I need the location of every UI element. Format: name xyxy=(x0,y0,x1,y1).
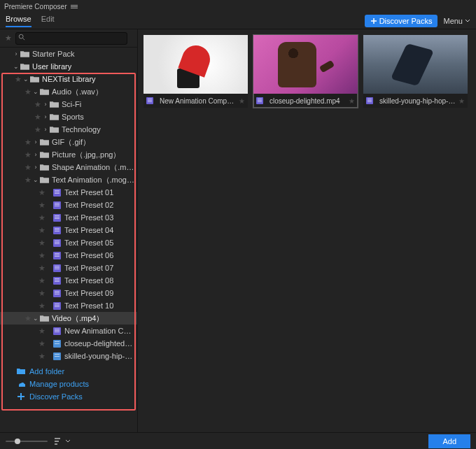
thumbnail-card[interactable]: New Animation Compos… ★ xyxy=(144,35,248,108)
chevron-down-icon[interactable]: ⌄ xyxy=(32,315,39,322)
star-icon[interactable]: ★ xyxy=(24,163,32,172)
manage-products-action[interactable]: Manage products xyxy=(0,378,137,390)
tree-item-starter-pack[interactable]: › Starter Pack xyxy=(0,48,137,60)
tree-label: Text Preset 08 xyxy=(64,276,113,285)
tree-label: Technology xyxy=(62,125,101,134)
tree-item-text-preset[interactable]: ★Text Preset 09 xyxy=(0,287,137,299)
cloud-icon xyxy=(17,380,25,388)
star-icon[interactable]: ★ xyxy=(38,226,46,235)
plus-icon xyxy=(370,17,377,24)
add-folder-action[interactable]: Add folder xyxy=(0,365,137,378)
tree-item-text-preset[interactable]: ★Text Preset 03 xyxy=(0,211,137,224)
thumbnail-size-slider[interactable] xyxy=(6,438,48,445)
star-icon[interactable]: ★ xyxy=(24,138,32,147)
star-icon[interactable]: ★ xyxy=(38,238,46,248)
star-icon[interactable]: ★ xyxy=(38,301,46,311)
star-filter-icon[interactable]: ★ xyxy=(4,34,13,43)
tree-label: NEXTist Library xyxy=(42,75,96,83)
star-icon[interactable]: ★ xyxy=(38,201,46,210)
tree-item-user-library[interactable]: ⌄ User library xyxy=(0,60,137,73)
chevron-right-icon[interactable]: › xyxy=(42,126,49,133)
thumbnail-card[interactable]: closeup-delighted.mp4 ★ xyxy=(253,35,358,108)
tree-item-text-preset[interactable]: ★Text Preset 02 xyxy=(0,199,137,211)
tree-item-video-file[interactable]: ★closeup-delighted.mp4 xyxy=(0,337,137,350)
sort-icon xyxy=(55,438,63,445)
tree-item-shape-animation[interactable]: ★ › Shape Animation（.mogrt） xyxy=(0,161,137,173)
star-icon[interactable]: ★ xyxy=(24,314,32,323)
slider-thumb[interactable] xyxy=(15,439,20,444)
tree-item-text-preset[interactable]: ★Text Preset 04 xyxy=(0,224,137,236)
chevron-down-icon[interactable]: ⌄ xyxy=(22,76,29,83)
star-icon[interactable]: ★ xyxy=(38,276,46,285)
tree-item-text-preset[interactable]: ★Text Preset 01 xyxy=(0,186,137,199)
star-icon[interactable]: ★ xyxy=(38,188,46,197)
star-icon[interactable]: ★ xyxy=(24,87,32,97)
chevron-right-icon[interactable]: › xyxy=(32,164,39,171)
star-icon[interactable]: ★ xyxy=(34,113,42,122)
menu-button[interactable]: Menu xyxy=(443,17,470,25)
star-icon[interactable]: ★ xyxy=(34,100,42,109)
add-button[interactable]: Add xyxy=(428,434,470,448)
star-icon[interactable]: ★ xyxy=(239,97,245,105)
search-input[interactable] xyxy=(15,32,127,45)
tab-browse[interactable]: Browse xyxy=(6,15,31,27)
star-icon[interactable]: ★ xyxy=(38,213,46,222)
folder-icon xyxy=(39,138,49,146)
folder-icon xyxy=(39,150,49,159)
tree-item-video-file[interactable]: ★New Animation Compos… xyxy=(0,325,137,337)
star-icon[interactable]: ★ xyxy=(24,176,32,185)
tree-item-nextist[interactable]: ★ ⌄ NEXTist Library xyxy=(0,73,137,85)
chevron-right-icon[interactable]: › xyxy=(32,151,39,158)
sort-view-button[interactable] xyxy=(55,438,71,445)
chevron-right-icon[interactable]: › xyxy=(42,101,49,108)
tab-edit[interactable]: Edit xyxy=(41,15,55,27)
tree-item-video-file[interactable]: ★skilled-young-hip-hop-st… xyxy=(0,350,137,362)
tree-label: Text Preset 10 xyxy=(64,301,113,310)
chevron-right-icon[interactable]: › xyxy=(42,113,49,120)
video-file-icon xyxy=(53,352,61,360)
star-icon[interactable]: ★ xyxy=(38,327,46,336)
tree-label: Text Preset 05 xyxy=(64,238,113,247)
chevron-right-icon[interactable]: › xyxy=(32,138,39,145)
star-icon[interactable]: ★ xyxy=(24,150,32,159)
chevron-down-icon[interactable]: ⌄ xyxy=(13,63,20,70)
panel-menu-icon[interactable] xyxy=(71,5,78,8)
tree-item-text-animation[interactable]: ★ ⌄ Text Animation（.mogrt） xyxy=(0,173,137,186)
mogrt-file-icon xyxy=(53,302,61,310)
tree-item-text-preset[interactable]: ★Text Preset 07 xyxy=(0,262,137,274)
folder-icon xyxy=(39,87,49,96)
tree-label: Sports xyxy=(62,113,84,121)
tree-item-technology[interactable]: ★ › Technology xyxy=(0,123,137,136)
tree-item-text-preset[interactable]: ★Text Preset 06 xyxy=(0,249,137,262)
tree-item-scifi[interactable]: ★ › Sci-Fi xyxy=(0,98,137,111)
chevron-down-icon[interactable]: ⌄ xyxy=(32,176,39,183)
chevron-down-icon xyxy=(465,18,470,24)
tree-label: Starter Pack xyxy=(32,50,75,58)
chevron-down-icon[interactable]: ⌄ xyxy=(32,88,39,95)
tree-item-text-preset[interactable]: ★Text Preset 05 xyxy=(0,236,137,249)
tree-item-audio[interactable]: ★ ⌄ Audio（.wav） xyxy=(0,85,137,98)
star-icon[interactable]: ★ xyxy=(38,264,46,273)
folder-icon xyxy=(49,100,59,108)
tree-item-sports[interactable]: ★ › Sports xyxy=(0,111,137,123)
tree-item-gif[interactable]: ★ › GIF（.gif） xyxy=(0,136,137,148)
tree-item-text-preset[interactable]: ★Text Preset 10 xyxy=(0,299,137,312)
star-icon[interactable]: ★ xyxy=(38,339,46,348)
discover-packs-action[interactable]: Discover Packs xyxy=(0,390,137,403)
app-title: Premiere Composer xyxy=(4,3,66,10)
tree-item-video[interactable]: ★ ⌄ Video（.mp4） xyxy=(0,312,137,325)
star-icon[interactable]: ★ xyxy=(34,125,42,134)
menu-label: Menu xyxy=(443,17,463,25)
star-icon[interactable]: ★ xyxy=(38,352,46,361)
chevron-right-icon[interactable]: › xyxy=(13,50,20,57)
star-icon[interactable]: ★ xyxy=(349,97,355,105)
tree-item-picture[interactable]: ★ › Picture（.jpg,.png） xyxy=(0,148,137,161)
star-icon[interactable]: ★ xyxy=(458,97,465,105)
discover-packs-button[interactable]: Discover Packs xyxy=(365,15,438,27)
mogrt-file-icon xyxy=(53,264,61,272)
star-icon[interactable]: ★ xyxy=(38,251,46,260)
thumbnail-card[interactable]: skilled-young-hip-hop-st… ★ xyxy=(363,35,468,108)
tree-item-text-preset[interactable]: ★Text Preset 08 xyxy=(0,274,137,287)
star-icon[interactable]: ★ xyxy=(38,289,46,298)
star-icon[interactable]: ★ xyxy=(14,75,22,84)
